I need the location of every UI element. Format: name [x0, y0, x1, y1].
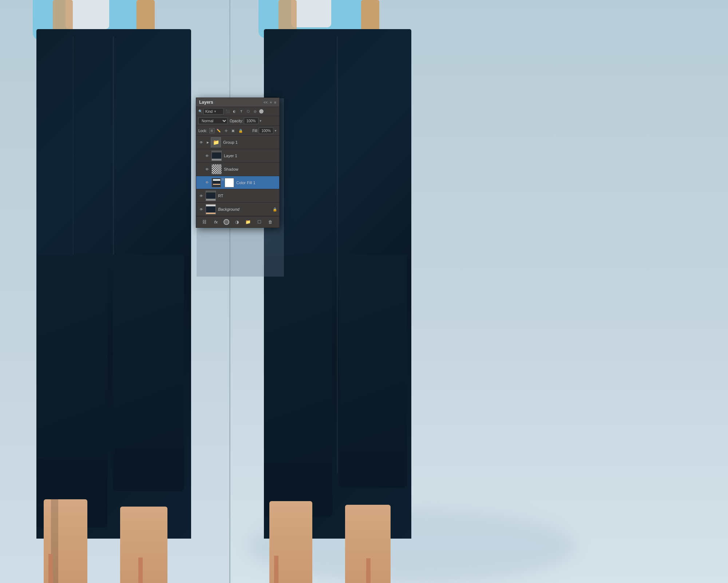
- panel-bottom-toolbar: ⛓ fx ◑ 📁 ☐ 🗑: [196, 216, 279, 227]
- heel-spike-left-rp: [274, 556, 278, 583]
- filter-shape-icon[interactable]: ⬡: [245, 108, 251, 114]
- lock-artboard-icon[interactable]: ▣: [230, 128, 236, 134]
- layers-list: 👁 ▶ 📁 Group 1 👁 Layer 1 👁: [196, 136, 279, 216]
- layer1-thumb: [211, 151, 222, 161]
- eye-sym-cf1: 👁: [205, 181, 209, 185]
- filter-circle-icon[interactable]: [259, 109, 264, 114]
- eye-colorfill1[interactable]: 👁: [204, 180, 210, 186]
- heel-spike-right-rp: [366, 558, 371, 583]
- chain-link-icon: ⛓: [221, 178, 225, 187]
- rt-name: RT: [218, 194, 277, 198]
- lock-label: Lock:: [198, 129, 207, 133]
- ankle-right-l: [115, 448, 182, 485]
- layer-layer1[interactable]: 👁 Layer 1: [196, 149, 279, 163]
- eye-icon-sym: 👁: [199, 140, 203, 144]
- opacity-control: Opacity: ▼: [230, 118, 262, 124]
- shadow-name: Shadow: [224, 167, 277, 171]
- lock-transparent-icon[interactable]: ⊞: [209, 128, 214, 133]
- background-thumb: [206, 204, 216, 214]
- kind-label: Kind: [205, 110, 213, 114]
- opacity-label: Opacity:: [230, 119, 243, 123]
- layer-background[interactable]: 👁 Background 🔒: [196, 203, 279, 216]
- canvas-area: [0, 0, 728, 583]
- filter-smart-icon[interactable]: ◎: [252, 108, 258, 114]
- canvas-left: [0, 0, 229, 583]
- panel-controls: << × ≡: [264, 100, 276, 104]
- panel-minimize-btn[interactable]: <<: [264, 100, 268, 104]
- eye-rt[interactable]: 👁: [198, 193, 204, 199]
- lock-position-icon[interactable]: ✛: [223, 128, 229, 134]
- filter-pixel-icon[interactable]: ⬛: [225, 108, 230, 114]
- folder-icon: 📁: [213, 139, 219, 145]
- shirt-inner-right: [291, 0, 331, 27]
- rt-thumb: [206, 191, 216, 201]
- colorfill1-thumb-layer: [211, 178, 221, 187]
- link-layers-btn[interactable]: ⛓: [201, 218, 208, 226]
- search-magnifier-icon: 🔍: [198, 110, 202, 113]
- opacity-input[interactable]: [244, 118, 258, 124]
- fill-dropdown-arrow: ▼: [274, 129, 277, 132]
- eye-layer1[interactable]: 👁: [204, 153, 210, 159]
- eye-sym-shadow: 👁: [205, 167, 209, 171]
- eye-shadow[interactable]: 👁: [204, 166, 210, 172]
- colorfill1-name: Color Fill 1: [236, 181, 277, 185]
- ankle-left-l: [36, 459, 107, 503]
- rt-thumb-figure: [206, 191, 215, 201]
- background-name: Background: [218, 207, 271, 211]
- lock-all-icon[interactable]: 🔒: [238, 128, 244, 134]
- eye-sym-bg: 👁: [199, 207, 203, 211]
- layer1-name: Layer 1: [224, 154, 277, 158]
- panel-titlebar: Layers << × ≡: [196, 98, 279, 107]
- background-lock-icon: 🔒: [273, 207, 277, 211]
- colorfill1-thumb-mask: [225, 178, 234, 187]
- kind-dropdown-arrow: ▼: [214, 110, 217, 113]
- fill-input[interactable]: [259, 127, 273, 134]
- panel-close-btn[interactable]: ×: [270, 100, 272, 104]
- ankle-left-rp: [264, 463, 331, 505]
- canvas-right: [229, 0, 728, 583]
- heel-right-lp: [120, 507, 167, 583]
- search-row: 🔍 Kind ▼ ⬛ ◐ T ⬡ ◎: [196, 107, 279, 116]
- layer-colorfill1[interactable]: 👁 ⛓ Color Fill 1: [196, 176, 279, 189]
- fill-label: Fill:: [253, 129, 258, 133]
- kind-dropdown-container[interactable]: Kind ▼: [203, 108, 223, 115]
- arrow-sym: ▶: [207, 141, 209, 144]
- filter-adjust-icon[interactable]: ◐: [232, 108, 237, 114]
- delete-layer-btn[interactable]: 🗑: [267, 218, 274, 226]
- layer-effects-btn[interactable]: fx: [212, 218, 219, 226]
- new-layer-btn[interactable]: ☐: [256, 218, 263, 226]
- panel-title: Layers: [199, 100, 213, 105]
- pants-seam-right: [337, 36, 338, 473]
- lock-fill-row: Lock: ⊞ ✏️ ✛ ▣ 🔒 Fill: ▼: [196, 126, 279, 136]
- panel-menu-btn[interactable]: ≡: [274, 100, 276, 104]
- opacity-dropdown-arrow: ▼: [259, 119, 262, 123]
- blend-mode-row: Normal Opacity: ▼: [196, 116, 279, 126]
- layer-rt[interactable]: 👁 RT: [196, 189, 279, 203]
- heel-spike-left-l: [48, 554, 53, 583]
- layer-group1[interactable]: 👁 ▶ 📁 Group 1: [196, 136, 279, 149]
- layer1-thumb-figure: [212, 151, 221, 160]
- shadow-thumb: [211, 164, 222, 174]
- cf-thumb-inner: [213, 179, 220, 185]
- layers-panel[interactable]: Layers << × ≡ 🔍 Kind ▼ ⬛ ◐ T ⬡ ◎ Normal …: [196, 98, 280, 228]
- group-layers-btn[interactable]: 📁: [245, 218, 252, 226]
- divider-line: [229, 0, 230, 583]
- eye-background[interactable]: 👁: [198, 206, 204, 212]
- group1-name: Group 1: [223, 140, 277, 144]
- lock-image-icon[interactable]: ✏️: [216, 128, 222, 134]
- bg-thumb-figure: [206, 205, 215, 214]
- group1-thumb: 📁: [211, 137, 221, 147]
- lock-icons: ⊞ ✏️ ✛ ▣ 🔒: [209, 128, 244, 134]
- group-arrow-icon[interactable]: ▶: [206, 140, 210, 144]
- heel-spike-right-l: [138, 558, 143, 583]
- eye-sym-rt: 👁: [199, 194, 203, 198]
- colorfill1-thumbs: ⛓: [211, 178, 234, 187]
- eye-sym-l1: 👁: [205, 154, 209, 158]
- adjustment-btn[interactable]: ◑: [233, 218, 241, 226]
- filter-text-icon[interactable]: T: [238, 108, 244, 114]
- eye-group1[interactable]: 👁: [198, 139, 204, 145]
- fill-control: Fill: ▼: [253, 127, 277, 134]
- blend-mode-dropdown[interactable]: Normal: [198, 118, 228, 124]
- layer-shadow[interactable]: 👁 Shadow: [196, 163, 279, 176]
- layer-mask-btn[interactable]: [223, 219, 229, 225]
